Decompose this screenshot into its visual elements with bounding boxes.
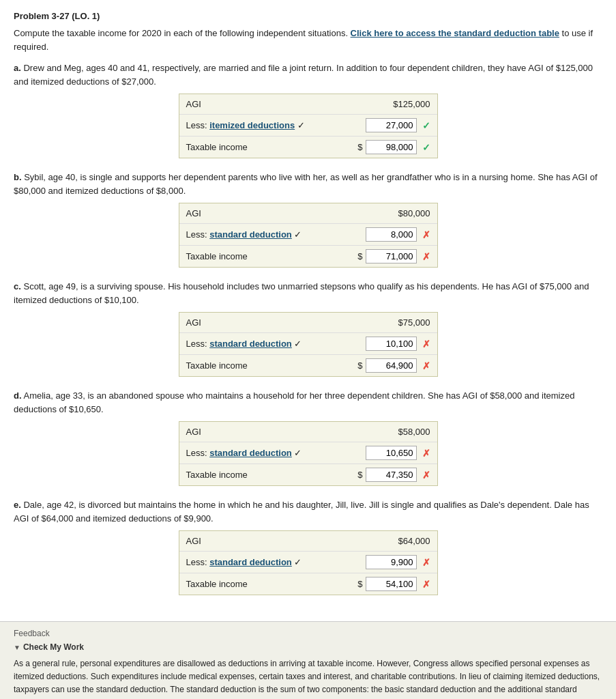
section-b-agi-label: AGI — [186, 208, 376, 218]
section-b-dollar: $ — [357, 251, 362, 261]
section-c-agi-row: AGI $75,000 — [179, 313, 437, 333]
problem-intro: Compute the taxable income for 2020 in e… — [14, 27, 602, 53]
section-a-less-check: ✓ — [422, 120, 430, 131]
section-a-agi-row: AGI $125,000 — [179, 94, 437, 115]
section-d-agi-value: $58,000 — [376, 427, 430, 437]
section-c-taxable-row: Taxable income $ ✗ — [179, 355, 437, 376]
section-b-table-wrapper: AGI $80,000 Less: standard deduction ✓ ✗… — [14, 203, 602, 268]
section-e-text: e. Dale, age 42, is divorced but maintai… — [14, 498, 602, 525]
section-c-deduction-link[interactable]: standard deduction — [209, 339, 292, 349]
section-b-text: b. Sybil, age 40, is single and supports… — [14, 171, 602, 197]
section-b-taxable-input[interactable] — [366, 249, 417, 263]
section-a-dollar: $ — [357, 142, 362, 152]
section-a-input-wrapper: ✓ — [366, 118, 430, 132]
intro-text-1: Compute the taxable income for 2020 in e… — [14, 28, 351, 38]
section-c-less-row: Less: standard deduction ✓ ✗ — [179, 333, 437, 355]
section-a: a. Drew and Meg, ages 40 and 41, respect… — [14, 61, 602, 158]
section-e-taxable-row: Taxable income $ ✗ — [179, 573, 437, 595]
section-b-taxable-label: Taxable income — [186, 251, 358, 261]
section-c-input-wrapper: ✗ — [366, 337, 430, 351]
section-e-label: e. — [14, 500, 21, 510]
section-a-table: AGI $125,000 Less: itemized deductions ✓… — [179, 94, 438, 158]
check-my-work-label[interactable]: Check My Work — [14, 642, 602, 652]
section-a-less-row: Less: itemized deductions ✓ ✓ — [179, 115, 437, 137]
section-b-taxable-wrapper: $ ✗ — [357, 249, 430, 263]
section-e-less-cross: ✗ — [422, 557, 430, 568]
section-b-agi-value: $80,000 — [376, 208, 430, 218]
section-c-less-label: Less: standard deduction ✓ — [186, 339, 366, 349]
section-d-text: d. Amelia, age 33, is an abandoned spous… — [14, 389, 602, 416]
section-d-taxable-cross: ✗ — [422, 470, 430, 481]
feedback-section: Feedback Check My Work As a general rule… — [0, 621, 616, 699]
section-a-body: Drew and Meg, ages 40 and 41, respective… — [14, 63, 593, 87]
section-d-taxable-label: Taxable income — [186, 470, 358, 480]
standard-deduction-link[interactable]: Click here to access the standard deduct… — [351, 28, 559, 38]
section-a-agi-label: AGI — [186, 99, 376, 109]
section-a-table-wrapper: AGI $125,000 Less: itemized deductions ✓… — [14, 94, 602, 158]
section-a-taxable-row: Taxable income $ ✓ — [179, 137, 437, 158]
problem-title: Problem 3-27 (LO. 1) — [14, 11, 602, 21]
section-a-taxable-label: Taxable income — [186, 142, 358, 152]
section-c-label: c. — [14, 281, 21, 291]
section-e: e. Dale, age 42, is divorced but maintai… — [14, 498, 602, 595]
section-d-dollar: $ — [357, 470, 362, 480]
section-a-deduction-link[interactable]: itemized deductions — [209, 120, 295, 130]
section-d-body: Amelia, age 33, is an abandoned spouse w… — [14, 390, 574, 414]
section-b-deduction-link[interactable]: standard deduction — [209, 229, 292, 240]
section-b-taxable-cross: ✗ — [422, 251, 430, 262]
section-e-taxable-cross: ✗ — [422, 579, 430, 590]
feedback-label: Feedback — [14, 629, 602, 638]
section-d-taxable-input[interactable] — [366, 468, 417, 482]
section-e-agi-row: AGI $64,000 — [179, 531, 437, 552]
section-b-less-cross: ✗ — [422, 229, 430, 240]
section-a-label: a. — [14, 63, 21, 73]
section-c-agi-label: AGI — [186, 317, 376, 328]
section-d-less-row: Less: standard deduction ✓ ✗ — [179, 442, 437, 464]
section-d-taxable-row: Taxable income $ ✗ — [179, 464, 437, 485]
section-b-body: Sybil, age 40, is single and supports he… — [14, 172, 598, 196]
section-b-less-row: Less: standard deduction ✓ ✗ — [179, 224, 437, 246]
section-e-less-label: Less: standard deduction ✓ — [186, 557, 366, 567]
section-d-table-wrapper: AGI $58,000 Less: standard deduction ✓ ✗… — [14, 421, 602, 486]
section-e-taxable-label: Taxable income — [186, 579, 358, 589]
section-e-dollar: $ — [357, 579, 362, 589]
section-d-agi-row: AGI $58,000 — [179, 422, 437, 442]
section-e-deduction-link[interactable]: standard deduction — [209, 557, 292, 567]
section-a-less-label: Less: itemized deductions ✓ — [186, 120, 366, 130]
section-a-taxable-input[interactable] — [366, 140, 417, 154]
section-d-label: d. — [14, 390, 22, 401]
section-d-deduction-link[interactable]: standard deduction — [209, 448, 292, 458]
section-e-input-wrapper: ✗ — [366, 555, 430, 569]
section-a-taxable-check: ✓ — [422, 142, 430, 153]
section-c-less-cross: ✗ — [422, 339, 430, 350]
section-b: b. Sybil, age 40, is single and supports… — [14, 171, 602, 268]
main-content: Problem 3-27 (LO. 1) Compute the taxable… — [0, 0, 616, 618]
section-b-input-wrapper: ✗ — [366, 227, 430, 242]
section-c: c. Scott, age 49, is a surviving spouse.… — [14, 280, 602, 377]
section-b-taxable-row: Taxable income $ ✗ — [179, 246, 437, 267]
section-d-less-label: Less: standard deduction ✓ — [186, 448, 366, 458]
section-e-body: Dale, age 42, is divorced but maintains … — [14, 500, 589, 524]
section-e-table-wrapper: AGI $64,000 Less: standard deduction ✓ ✗… — [14, 530, 602, 595]
section-c-table-wrapper: AGI $75,000 Less: standard deduction ✓ ✗… — [14, 312, 602, 377]
section-a-text: a. Drew and Meg, ages 40 and 41, respect… — [14, 61, 602, 88]
section-b-less-input[interactable] — [366, 227, 417, 242]
section-d-agi-label: AGI — [186, 427, 376, 437]
section-c-less-input[interactable] — [366, 337, 417, 351]
section-b-label: b. — [14, 172, 22, 182]
section-d-taxable-wrapper: $ ✗ — [357, 468, 430, 482]
section-e-less-row: Less: standard deduction ✓ ✗ — [179, 552, 437, 573]
section-c-taxable-input[interactable] — [366, 358, 417, 373]
section-d-table: AGI $58,000 Less: standard deduction ✓ ✗… — [179, 421, 438, 486]
section-b-less-label: Less: standard deduction ✓ — [186, 229, 366, 240]
section-e-agi-label: AGI — [186, 536, 376, 546]
section-c-taxable-wrapper: $ ✗ — [357, 358, 430, 373]
section-c-taxable-cross: ✗ — [422, 360, 430, 371]
section-b-table: AGI $80,000 Less: standard deduction ✓ ✗… — [179, 203, 438, 268]
section-c-agi-value: $75,000 — [376, 317, 430, 328]
section-a-less-input[interactable] — [366, 118, 417, 132]
section-d-less-input[interactable] — [366, 446, 417, 460]
section-e-taxable-input[interactable] — [366, 577, 417, 591]
section-e-less-input[interactable] — [366, 555, 417, 569]
section-c-dollar: $ — [357, 360, 362, 371]
